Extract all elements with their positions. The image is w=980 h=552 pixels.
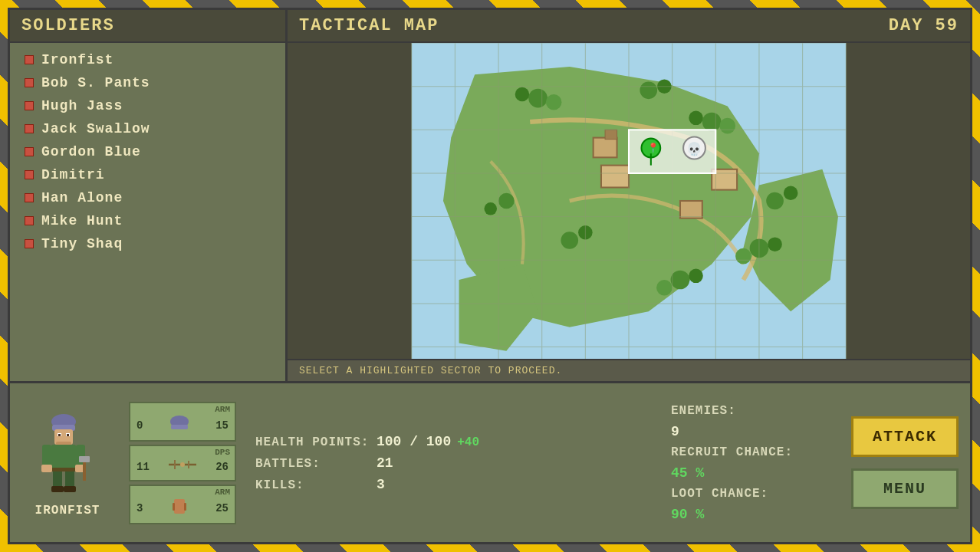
equip-val-right: 25 <box>215 502 229 514</box>
soldier-name: Ironfist <box>41 52 113 67</box>
health-bonus: +40 <box>457 435 479 449</box>
enemies-label: Enemies: <box>671 404 786 418</box>
svg-rect-26 <box>601 166 629 188</box>
soldier-item[interactable]: Jack Swallow <box>21 120 274 138</box>
svg-point-22 <box>689 269 703 284</box>
map-panel: Tactical Map Day 59 <box>288 8 972 383</box>
right-stats: Enemies: 9 Recruit Chance: 45 % Loot Cha… <box>667 400 836 526</box>
svg-point-9 <box>702 113 722 132</box>
character-name: Ironfist <box>35 504 100 518</box>
equip-val-right: 26 <box>215 461 229 473</box>
svg-point-17 <box>561 232 578 249</box>
equip-val-left: 3 <box>136 502 143 514</box>
svg-rect-71 <box>51 486 64 492</box>
equip-label: ARM <box>215 488 230 497</box>
svg-rect-68 <box>79 456 90 462</box>
svg-text:📍: 📍 <box>647 142 659 154</box>
enemies-val-row: 9 <box>671 424 832 439</box>
equip-val-left: 11 <box>136 461 150 473</box>
svg-point-19 <box>498 193 515 209</box>
health-row: Health Points: 100 / 100 +40 <box>255 434 648 449</box>
top-section: Soldiers Ironfist Bob S. Pants Hugh Jass… <box>8 8 972 383</box>
attack-button[interactable]: Attack <box>851 416 959 457</box>
soldier-dot <box>25 193 34 202</box>
enemies-value: 9 <box>671 424 679 439</box>
soldier-name: Jack Swallow <box>41 121 150 136</box>
soldier-name: Han Alone <box>41 190 123 205</box>
recruit-row: Recruit Chance: <box>671 445 832 459</box>
svg-rect-61 <box>51 445 76 472</box>
svg-point-15 <box>768 237 782 251</box>
map-title: Tactical Map <box>299 16 439 35</box>
kills-value: 3 <box>377 477 385 492</box>
soldier-item[interactable]: Gordon Blue <box>21 143 274 161</box>
loot-val-row: 90 % <box>671 507 832 522</box>
soldiers-panel: Soldiers Ironfist Bob S. Pants Hugh Jass… <box>8 8 288 383</box>
svg-rect-79 <box>174 499 185 514</box>
kills-label: Kills: <box>255 478 370 492</box>
soldier-name: Mike Hunt <box>41 213 123 228</box>
svg-rect-69 <box>53 472 62 488</box>
svg-point-16 <box>735 248 751 264</box>
equip-val-left: 0 <box>136 419 143 432</box>
soldier-name: Bob S. Pants <box>41 75 150 90</box>
stats-panel: Health Points: 100 / 100 +40 Battles: 21… <box>252 430 652 496</box>
svg-rect-65 <box>41 465 52 472</box>
soldiers-list: Ironfist Bob S. Pants Hugh Jass Jack Swa… <box>10 43 285 381</box>
soldier-name: Tiny Shaq <box>41 236 123 251</box>
svg-rect-72 <box>64 486 76 492</box>
equip-slot[interactable]: ARM 3 25 <box>129 485 236 524</box>
soldier-item[interactable]: Han Alone <box>21 189 274 207</box>
svg-rect-70 <box>65 472 74 488</box>
equipment-slots: ARM 0 15 DPS 11 26 ARM 3 25 <box>129 402 236 524</box>
kills-row: Kills: 3 <box>255 477 648 492</box>
equip-icon <box>168 497 191 520</box>
soldier-dot <box>25 239 34 248</box>
main-container: Soldiers Ironfist Bob S. Pants Hugh Jass… <box>8 8 972 544</box>
svg-point-13 <box>784 186 798 200</box>
health-value: 100 / 100 <box>377 434 451 449</box>
equip-slot[interactable]: DPS 11 26 <box>129 445 236 481</box>
svg-rect-27 <box>680 201 702 219</box>
loot-value: 90 % <box>671 507 704 522</box>
equip-label: DPS <box>215 448 230 457</box>
battles-label: Battles: <box>255 457 370 471</box>
svg-rect-63 <box>42 445 51 466</box>
svg-rect-59 <box>67 434 69 436</box>
tactical-map-svg: 📍 💀 <box>288 43 970 359</box>
battles-row: Battles: 21 <box>255 455 648 471</box>
map-area[interactable]: 📍 💀 <box>288 43 970 359</box>
svg-point-12 <box>766 192 784 210</box>
recruit-val-row: 45 % <box>671 465 832 481</box>
soldier-item[interactable]: Hugh Jass <box>21 97 274 115</box>
equip-slot[interactable]: ARM 0 15 <box>129 402 236 442</box>
svg-rect-81 <box>184 503 186 511</box>
soldier-item[interactable]: Dimitri <box>21 166 274 184</box>
soldier-name: Dimitri <box>41 167 105 182</box>
soldiers-title: Soldiers <box>21 16 115 35</box>
svg-point-7 <box>640 81 657 99</box>
character-area: Ironfist <box>21 408 113 518</box>
menu-button[interactable]: Menu <box>851 468 959 509</box>
svg-point-6 <box>546 94 562 110</box>
svg-point-10 <box>689 111 703 126</box>
svg-rect-58 <box>58 434 61 436</box>
soldier-item[interactable]: Mike Hunt <box>21 212 274 230</box>
soldier-item[interactable]: Tiny Shaq <box>21 235 274 253</box>
soldier-item[interactable]: Ironfist <box>21 51 274 69</box>
soldier-item[interactable]: Bob S. Pants <box>21 74 274 92</box>
soldier-dot <box>25 101 34 110</box>
svg-point-11 <box>719 118 735 134</box>
battles-value: 21 <box>377 455 393 471</box>
equip-val-right: 15 <box>215 419 229 432</box>
health-label: Health Points: <box>255 435 370 449</box>
soldier-dot <box>25 78 34 87</box>
equip-label: ARM <box>215 405 230 414</box>
svg-point-20 <box>485 202 497 215</box>
svg-rect-80 <box>173 503 175 511</box>
equip-icon <box>167 457 198 476</box>
map-status: Select a highlighted sector to proceed. <box>288 359 970 381</box>
svg-point-78 <box>180 462 185 467</box>
svg-rect-74 <box>171 425 188 429</box>
soldier-name: Hugh Jass <box>41 98 123 113</box>
